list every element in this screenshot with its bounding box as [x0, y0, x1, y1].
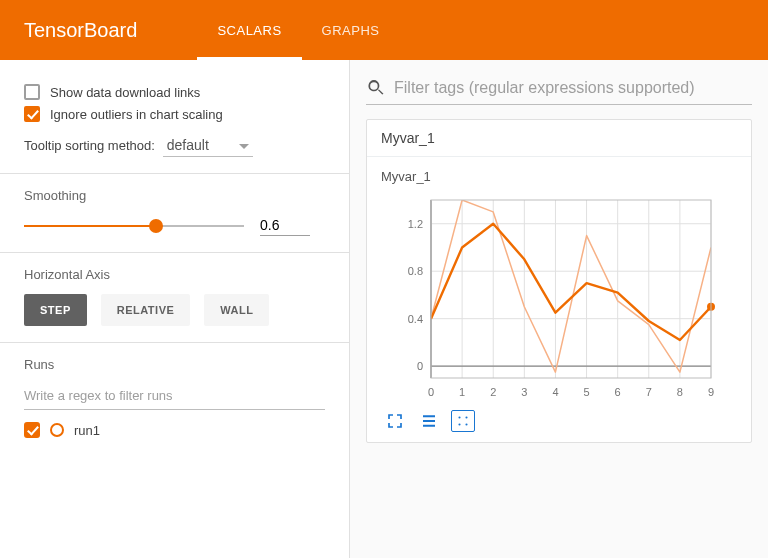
svg-text:6: 6: [615, 386, 621, 398]
fullscreen-icon[interactable]: [383, 410, 407, 432]
run-color-swatch: [50, 423, 64, 437]
checkbox-label: Show data download links: [50, 85, 200, 100]
select-value: default: [167, 137, 209, 153]
chart-card: Myvar_1 Myvar_1 012345678900.40.81.2: [366, 119, 752, 443]
slider-knob[interactable]: [149, 219, 163, 233]
slider-fill: [24, 225, 156, 227]
run-item[interactable]: run1: [24, 422, 325, 438]
svg-text:3: 3: [521, 386, 527, 398]
svg-rect-32: [431, 200, 711, 378]
svg-text:1: 1: [459, 386, 465, 398]
chart-toolbar: [381, 410, 737, 432]
tabs: SCALARS GRAPHS: [197, 0, 399, 60]
show-download-links-checkbox[interactable]: Show data download links: [24, 84, 325, 100]
svg-text:4: 4: [552, 386, 558, 398]
tag-search[interactable]: [366, 74, 752, 105]
list-icon[interactable]: [417, 410, 441, 432]
runs-filter-input[interactable]: [24, 384, 325, 410]
ignore-outliers-checkbox[interactable]: Ignore outliers in chart scaling: [24, 106, 325, 122]
sidebar: Show data download links Ignore outliers…: [0, 60, 350, 558]
checkbox-icon: [24, 84, 40, 100]
svg-point-35: [458, 423, 460, 425]
content-area: Myvar_1 Myvar_1 012345678900.40.81.2: [350, 60, 768, 558]
tooltip-sort-select[interactable]: default: [163, 134, 253, 157]
app-header: TensorBoard SCALARS GRAPHS: [0, 0, 768, 60]
svg-text:0: 0: [417, 360, 423, 372]
tooltip-sort-label: Tooltip sorting method:: [24, 138, 155, 153]
smoothing-slider[interactable]: [24, 216, 244, 236]
checkbox-icon: [24, 106, 40, 122]
card-header[interactable]: Myvar_1: [367, 120, 751, 157]
svg-text:5: 5: [583, 386, 589, 398]
tag-search-input[interactable]: [394, 79, 752, 97]
run-checkbox-icon: [24, 422, 40, 438]
svg-text:1.2: 1.2: [408, 218, 423, 230]
tab-scalars[interactable]: SCALARS: [197, 0, 301, 60]
search-icon: [366, 78, 386, 98]
horizontal-axis-title: Horizontal Axis: [24, 267, 325, 282]
smoothing-title: Smoothing: [24, 188, 325, 203]
svg-text:8: 8: [677, 386, 683, 398]
svg-text:0.8: 0.8: [408, 265, 423, 277]
svg-point-33: [458, 416, 460, 418]
axis-wall-button[interactable]: WALL: [204, 294, 269, 326]
checkbox-label: Ignore outliers in chart scaling: [50, 107, 223, 122]
line-chart[interactable]: 012345678900.40.81.2: [381, 192, 721, 402]
svg-text:0.4: 0.4: [408, 313, 423, 325]
axis-relative-button[interactable]: RELATIVE: [101, 294, 191, 326]
chart-title: Myvar_1: [381, 169, 737, 184]
svg-point-34: [465, 416, 467, 418]
run-name: run1: [74, 423, 100, 438]
svg-text:9: 9: [708, 386, 714, 398]
tab-graphs[interactable]: GRAPHS: [302, 0, 400, 60]
runs-title: Runs: [24, 357, 325, 372]
svg-text:7: 7: [646, 386, 652, 398]
logo: TensorBoard: [24, 19, 137, 42]
axis-step-button[interactable]: STEP: [24, 294, 87, 326]
svg-text:0: 0: [428, 386, 434, 398]
fit-icon[interactable]: [451, 410, 475, 432]
svg-text:2: 2: [490, 386, 496, 398]
svg-point-36: [465, 423, 467, 425]
smoothing-value-input[interactable]: [260, 215, 310, 236]
